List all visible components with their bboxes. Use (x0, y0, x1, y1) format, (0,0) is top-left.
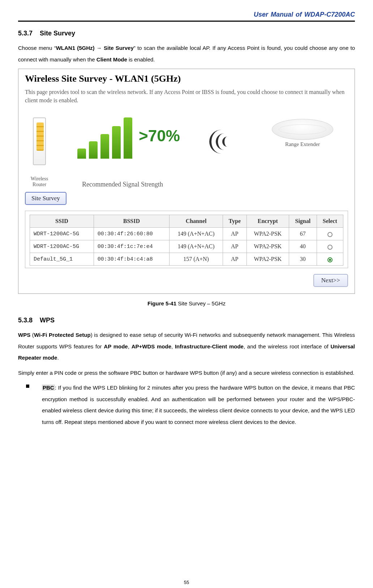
cell-ssid: WDRT-1200AC-5G (30, 228, 94, 240)
section-538-heading: 5.3.8 WPS (18, 317, 355, 324)
text: Choose menu “ (18, 45, 56, 51)
figure-caption-text: Site Survey – 5GHz (176, 300, 226, 306)
section-537-number: 5.3.7 (18, 30, 38, 37)
client-mode-label: Client Mode (97, 56, 127, 63)
mode-infra: Infrastructure-Client mode (175, 343, 244, 349)
cell-channel: 149 (A+N+AC) (170, 240, 223, 253)
cell-signal: 30 (289, 253, 317, 266)
section-538-title: WPS (40, 317, 55, 324)
cell-type: AP (223, 240, 247, 253)
pbc-label: PBC (42, 385, 55, 391)
section-537-heading: 5.3.7 Site Survey (18, 30, 355, 37)
cell-select (317, 253, 343, 266)
signal-bar (124, 117, 132, 159)
col-encrypt: Encrypt (246, 215, 289, 228)
table-row: WDRT-1200AC-5G00:30:4f:1c:7e:e4149 (A+N+… (30, 240, 343, 253)
cell-encrypt: WPA2-PSK (246, 240, 289, 253)
cell-encrypt: WPA2-PSK (246, 253, 289, 266)
wireless-waves-icon (209, 129, 235, 154)
illustration-row: Wireless Router >70% Recommended Signal … (25, 112, 348, 177)
range-extender: Range Extender (270, 119, 335, 147)
range-extender-icon (272, 119, 333, 140)
signal-bars-icon (77, 117, 132, 159)
select-radio[interactable] (327, 232, 333, 237)
header-divider (18, 21, 355, 22)
text: , (128, 343, 132, 349)
cell-bssid: 00:30:4f:26:60:80 (94, 228, 169, 240)
range-extender-caption: Range Extender (270, 141, 335, 147)
table-row: WDRT-1200AC-5G00:30:4f:26:60:80149 (A+N+… (30, 228, 343, 240)
figure-caption: Figure 5-41 Site Survey – 5GHz (18, 300, 355, 306)
text: . (57, 355, 59, 361)
cell-channel: 149 (A+N+AC) (170, 228, 223, 240)
cell-ssid: Default_5G_1 (30, 253, 94, 266)
arrow-icon: → (95, 45, 104, 51)
select-radio[interactable] (327, 245, 333, 250)
cell-channel: 157 (A+N) (170, 253, 223, 266)
signal-bar (77, 149, 86, 159)
next-area: Next>> (25, 274, 348, 287)
text: is enabled. (127, 56, 155, 63)
cell-select (317, 240, 343, 253)
mode-apwds: AP+WDS mode (132, 343, 171, 349)
cell-select (317, 228, 343, 240)
panel-title: Wireless Site Survey - WLAN1 (5GHz) (25, 73, 348, 84)
site-survey-button[interactable]: Site Survey (25, 192, 67, 205)
signal-bar (89, 141, 98, 159)
cell-type: AP (223, 253, 247, 266)
cell-signal: 67 (289, 228, 317, 240)
menu-path-wlan1: WLAN1 (5GHz) (56, 45, 95, 51)
figure-label: Figure 5-41 (147, 300, 176, 306)
wps-abbrev: WPS (18, 332, 30, 338)
recommended-signal-caption: Recommended Signal Strength (68, 181, 177, 188)
cell-encrypt: WPA2-PSK (246, 228, 289, 240)
next-button[interactable]: Next>> (313, 274, 348, 287)
section-538-number: 5.3.8 (18, 317, 38, 324)
cell-type: AP (223, 228, 247, 240)
select-radio[interactable] (327, 257, 333, 262)
text: , (171, 343, 175, 349)
table-row: Default_5G_100:30:4f:b4:c4:a8157 (A+N)AP… (30, 253, 343, 266)
wireless-router-caption: Wireless Router (25, 176, 54, 188)
col-channel: Channel (170, 215, 223, 228)
pbc-description: : If you find the WPS LED blinking for 2… (42, 385, 355, 425)
ap-results-table: SSID BSSID Channel Type Encrypt Signal S… (30, 215, 343, 266)
pbc-list-item: PBC: If you find the WPS LED blinking fo… (18, 382, 355, 428)
mode-ap: AP mode (104, 343, 128, 349)
cell-signal: 40 (289, 240, 317, 253)
wps-pin-paragraph: Simply enter a PIN code or press the sof… (18, 367, 355, 379)
site-survey-panel: Wireless Site Survey - WLAN1 (5GHz) This… (18, 69, 355, 294)
cell-bssid: 00:30:4f:b4:c4:a8 (94, 253, 169, 266)
text: , and the wireless root interface of (244, 343, 331, 349)
section-537-paragraph: Choose menu “WLAN1 (5GHz) → Site Survey”… (18, 42, 355, 65)
signal-bar (100, 134, 109, 159)
pbc-list: PBC: If you find the WPS LED blinking fo… (18, 382, 355, 428)
wireless-router-icon (33, 117, 46, 165)
panel-description: This page provides tool to scan the wire… (25, 88, 348, 104)
wps-expansion: Wi-Fi Protected Setup (34, 332, 91, 338)
page-number: 55 (0, 580, 373, 585)
menu-path-site-survey: Site Survey (104, 45, 134, 51)
signal-percent: >70% (139, 127, 180, 145)
section-537-title: Site Survey (40, 30, 75, 37)
pbc-text: PBC: If you find the WPS LED blinking fo… (42, 382, 355, 428)
wps-intro-paragraph: WPS (Wi-Fi Protected Setup) is designed … (18, 329, 355, 364)
cell-ssid: WDRT-1200AC-5G (30, 240, 94, 253)
col-ssid: SSID (30, 215, 94, 228)
running-title: User Manual of WDAP-C7200AC (18, 11, 355, 18)
col-type: Type (223, 215, 247, 228)
table-header-row: SSID BSSID Channel Type Encrypt Signal S… (30, 215, 343, 228)
ap-table-container: SSID BSSID Channel Type Encrypt Signal S… (25, 211, 348, 268)
col-select: Select (317, 215, 343, 228)
col-bssid: BSSID (94, 215, 169, 228)
cell-bssid: 00:30:4f:1c:7e:e4 (94, 240, 169, 253)
signal-bar (112, 126, 121, 159)
col-signal: Signal (289, 215, 317, 228)
text: ( (30, 332, 34, 338)
